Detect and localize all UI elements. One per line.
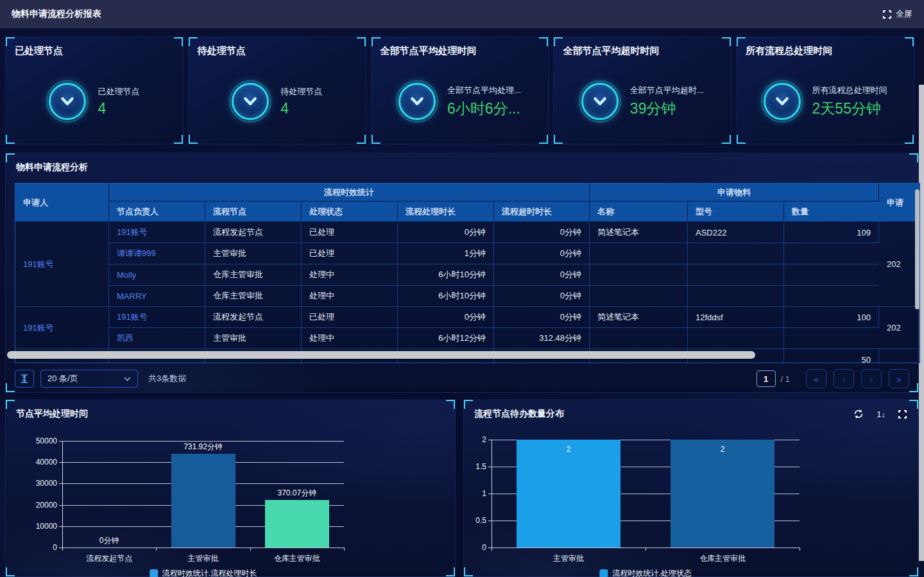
x-axis-category-label: 仓库主管审批: [699, 553, 746, 564]
pagination-bar: 20 条/页 共3条数据 1 / 1 « ‹ › »: [15, 369, 909, 388]
owner-link-cell[interactable]: Molly: [109, 264, 205, 286]
bar: [171, 454, 235, 547]
node-cell: 仓库主管审批: [205, 286, 302, 307]
node-cell: 主管审批: [205, 243, 302, 264]
bar: [517, 440, 620, 547]
kpi-label: 已处理节点: [98, 86, 139, 98]
owner-link-cell[interactable]: MARRY: [109, 286, 205, 307]
y-axis-tick-label: 10000: [22, 522, 57, 531]
applicant-cell[interactable]: 191账号: [15, 307, 109, 349]
overtime-cell: 0分钟: [494, 286, 590, 307]
col-header-apply-time: 申请: [879, 184, 920, 222]
first-page-button[interactable]: «: [806, 369, 826, 388]
corner-decoration: [372, 135, 381, 144]
duration-cell: 6小时12分钟: [398, 328, 494, 349]
applicant-cell[interactable]: 191账号: [15, 222, 109, 307]
total-pages-text: / 1: [781, 374, 790, 384]
y-axis-tick-label: 2: [452, 435, 486, 444]
material-model-cell: [688, 264, 784, 286]
kpi-badge-icon: [398, 83, 436, 120]
refresh-button[interactable]: [853, 409, 864, 419]
table-horizontal-scrollbar[interactable]: [6, 351, 920, 359]
col-header-qty: 数量: [784, 202, 879, 222]
apply-time-cell: 202: [879, 222, 920, 307]
chart-panel-pending-distribution: 流程节点待办数量分布 1↓ 00.511.522主管审批2仓库主管审批流程时效统…: [463, 399, 919, 577]
row-height-toggle-button[interactable]: [15, 370, 34, 388]
y-axis-tick-label: 0.5: [452, 516, 486, 525]
material-name-cell: 简述笔记本: [590, 222, 688, 243]
material-name-cell: [590, 264, 688, 286]
kpi-card-avg-processing-time: 全部节点平均处理时间 全部节点平均处理... 6小时6分...: [371, 37, 549, 144]
kpi-card-processed-nodes: 已处理节点 已处理节点 4: [5, 37, 184, 144]
y-axis-tick-label: 40000: [22, 458, 57, 467]
y-axis-tick-label: 20000: [22, 501, 57, 510]
bar: [265, 500, 329, 547]
x-axis-category-label: 主管审批: [188, 553, 219, 564]
page-title: 物料申请流程分析报表: [12, 8, 101, 20]
kpi-card-title: 待处理节点: [198, 45, 246, 57]
next-page-button[interactable]: ›: [861, 369, 882, 388]
status-cell: 已处理: [302, 243, 398, 264]
kpi-card-title: 全部节点平均超时时间: [563, 45, 659, 57]
owner-link-cell[interactable]: 谭谭谭999: [109, 243, 205, 264]
scrollbar-thumb[interactable]: [7, 351, 755, 359]
kpi-badge-icon: [764, 83, 801, 120]
y-axis-tick-label: 30000: [22, 479, 57, 488]
material-name-cell: [590, 286, 688, 307]
table-row: 凯西主管审批处理中6小时12分钟312.48分钟: [15, 328, 920, 349]
owner-link-cell[interactable]: 凯西: [109, 328, 205, 349]
page-size-value: 20 条/页: [47, 373, 78, 384]
corner-decoration: [909, 400, 918, 409]
x-axis-tick: [344, 547, 345, 551]
corner-decoration: [174, 135, 183, 144]
row-height-icon: [19, 374, 30, 384]
node-cell: 流程发起节点: [205, 307, 302, 328]
kpi-value: 4: [98, 100, 139, 117]
kpi-card-total-processing-time: 所有流程总处理时间 所有流程总处理时间 2天55分钟: [736, 37, 914, 144]
last-page-button[interactable]: »: [889, 369, 909, 388]
chart-legend: 流程时效统计.处理状态: [599, 568, 691, 577]
corner-decoration: [464, 400, 473, 409]
kpi-label: 所有流程总处理时间: [812, 85, 887, 96]
col-header-owner: 节点负责人: [109, 202, 205, 222]
node-cell: 主管审批: [205, 328, 302, 349]
owner-link-cell[interactable]: 191账号: [109, 307, 205, 328]
sort-button[interactable]: 1↓: [877, 409, 886, 419]
material-name-cell: [590, 243, 688, 264]
x-axis-tick: [492, 547, 492, 551]
corner-decoration: [539, 135, 548, 144]
corner-decoration: [554, 37, 563, 46]
kpi-card-avg-overtime: 全部节点平均超时时间 全部节点平均超时... 39分钟: [553, 37, 732, 144]
corner-decoration: [189, 37, 198, 46]
qty-cell: [784, 328, 879, 349]
corner-decoration: [909, 383, 918, 392]
duration-cell: 0分钟: [398, 307, 494, 328]
owner-link-cell[interactable]: 191账号: [109, 222, 205, 243]
kpi-card-pending-nodes: 待处理节点 待处理节点 4: [188, 37, 366, 144]
qty-cell: [784, 243, 879, 264]
chart-fullscreen-button[interactable]: [898, 410, 907, 418]
x-axis-category-label: 主管审批: [553, 553, 584, 564]
page-size-select[interactable]: 20 条/页: [40, 370, 138, 388]
fullscreen-button[interactable]: 全屏: [883, 8, 912, 20]
corner-decoration: [6, 37, 15, 46]
fullscreen-icon: [883, 10, 891, 19]
page-number-input[interactable]: 1: [757, 370, 776, 387]
y-axis-tick-label: 1: [452, 489, 486, 498]
x-axis-tick: [250, 547, 251, 551]
prev-page-button[interactable]: ‹: [834, 369, 854, 388]
legend-swatch: [599, 569, 608, 577]
corner-decoration: [6, 135, 15, 144]
total-records-text: 共3条数据: [148, 373, 186, 384]
corner-decoration: [539, 37, 548, 46]
table-row: 谭谭谭999主管审批已处理1分钟0分钟: [15, 243, 920, 264]
qty-cell: [784, 286, 879, 307]
table-vertical-scrollbar[interactable]: [915, 189, 920, 309]
duration-cell: 6小时10分钟: [398, 286, 494, 307]
col-header-material-model: 型号: [688, 202, 784, 222]
node-cell: 流程发起节点: [205, 222, 302, 243]
x-axis-tick: [156, 547, 157, 551]
bar-value-label: 0分钟: [99, 535, 119, 546]
chevron-down-icon: [124, 377, 131, 381]
status-cell: 处理中: [302, 286, 398, 307]
